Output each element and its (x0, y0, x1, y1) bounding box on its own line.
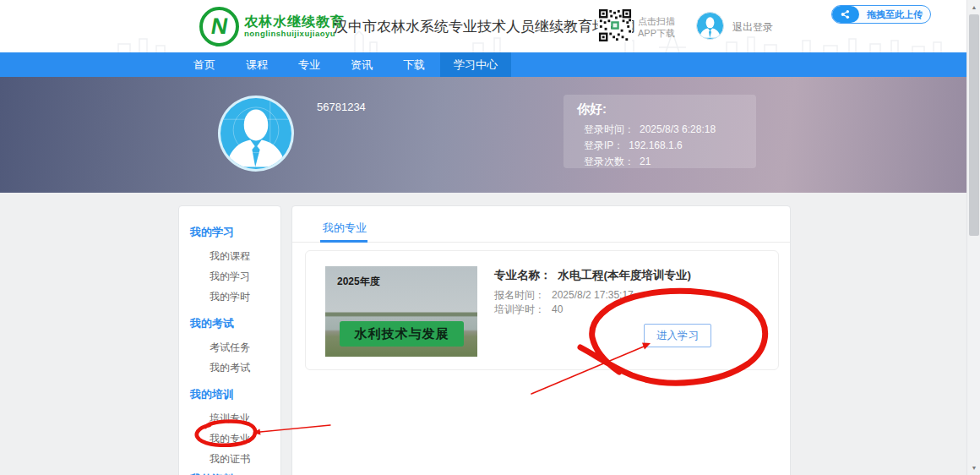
course-training-hours: 培训学时：40 (494, 303, 563, 317)
course-cover-image[interactable]: 2025年度 水利技术与发展 (325, 266, 477, 357)
drag-upload-button[interactable]: 拖拽至此上传 (831, 5, 931, 24)
logout-link[interactable]: 退出登录 (732, 20, 773, 35)
username: 56781234 (317, 101, 366, 113)
nav-item-majors[interactable]: 专业 (283, 52, 335, 77)
nav-item-courses[interactable]: 课程 (231, 52, 283, 77)
login-time-row: 登录时间：2025/8/3 6:28:18 (584, 123, 716, 137)
scrollbar-up-arrow[interactable]: ▲ (967, 0, 980, 14)
sidebar-item-my-courses[interactable]: 我的课程 (210, 249, 280, 262)
course-card: 2025年度 水利技术与发展 专业名称：水电工程(本年度培训专业) 报名时间：2… (305, 250, 779, 370)
scrollbar-down-arrow[interactable]: ▼ (967, 461, 980, 475)
sidebar-item-my-learning[interactable]: 我的学习 (210, 270, 280, 282)
header-avatar[interactable] (696, 12, 724, 40)
main-content-panel: 我的专业 2025年度 水利技术与发展 专业名称：水电工程(本年度培训专业) 报… (291, 205, 791, 475)
sidebar-menu: 我的学习 我的课程 我的学习 我的学时 我的考试 考试任务 我的考试 我的培训 … (178, 205, 281, 475)
sidebar-item-my-majors[interactable]: 我的专业 (210, 432, 280, 445)
login-count-row: 登录次数：21 (584, 155, 651, 169)
vertical-scrollbar[interactable]: ▲ ▼ (966, 0, 980, 475)
course-name: 专业名称：水电工程(本年度培训专业) (494, 268, 691, 283)
nav-item-downloads[interactable]: 下载 (388, 52, 440, 77)
site-title: 汉中市农林水系统专业技术人员继续教育培训网 (334, 17, 635, 36)
sidebar-section-my-profile: 我的资料 (190, 472, 280, 475)
page: N 农林水继续教育 nonglinshuijixujiaoyu 汉中市农林水系统… (0, 0, 980, 475)
course-year-badge: 2025年度 (337, 275, 380, 289)
cloud-share-icon (832, 6, 859, 23)
user-banner: 56781234 你好: 登录时间：2025/8/3 6:28:18 登录IP：… (0, 77, 980, 193)
site-logo[interactable]: N 农林水继续教育 nonglinshuijixujiaoyu (199, 7, 345, 46)
sidebar-item-training-majors[interactable]: 培训专业 (210, 412, 280, 424)
nav-item-news[interactable]: 资讯 (335, 52, 388, 77)
tab-active-underline (320, 240, 368, 243)
login-ip-row: 登录IP：192.168.1.6 (584, 139, 683, 153)
logo-pinyin-text: nonglinshuijixujiaoyu (244, 30, 345, 38)
logo-cn-text: 农林水继续教育 (244, 14, 345, 30)
course-image-caption: 水利技术与发展 (340, 321, 464, 347)
sidebar-section-my-learning: 我的学习 (190, 225, 280, 239)
sidebar-section-my-training: 我的培训 (190, 387, 280, 401)
main-nav: 首页 课程 专业 资讯 下载 学习中心 (0, 52, 980, 77)
top-header: N 农林水继续教育 nonglinshuijixujiaoyu 汉中市农林水系统… (0, 0, 980, 52)
nav-item-home[interactable]: 首页 (178, 52, 231, 77)
upload-button-label: 拖拽至此上传 (859, 6, 930, 23)
logo-n-icon: N (199, 7, 239, 46)
qr-caption: 点击扫描 APP下载 (638, 15, 675, 39)
sidebar-item-my-hours[interactable]: 我的学时 (210, 290, 280, 303)
course-enroll-time: 报名时间：2025/8/2 17:35:17 (494, 288, 634, 303)
sidebar-item-my-certificates[interactable]: 我的证书 (210, 452, 280, 465)
sidebar-item-my-exams[interactable]: 我的考试 (210, 361, 280, 374)
sidebar-section-my-exams: 我的考试 (190, 316, 280, 330)
qr-code[interactable] (598, 8, 632, 42)
nav-item-learning-center[interactable]: 学习中心 (440, 52, 511, 77)
user-avatar[interactable] (218, 96, 294, 172)
scrollbar-thumb[interactable] (969, 14, 979, 236)
sidebar-item-exam-tasks[interactable]: 考试任务 (210, 341, 280, 353)
enter-learning-button[interactable]: 进入学习 (644, 324, 711, 347)
login-info-box: 你好: 登录时间：2025/8/3 6:28:18 登录IP：192.168.1… (564, 95, 756, 168)
tab-my-majors[interactable]: 我的专业 (323, 221, 367, 236)
greeting: 你好: (577, 101, 607, 117)
